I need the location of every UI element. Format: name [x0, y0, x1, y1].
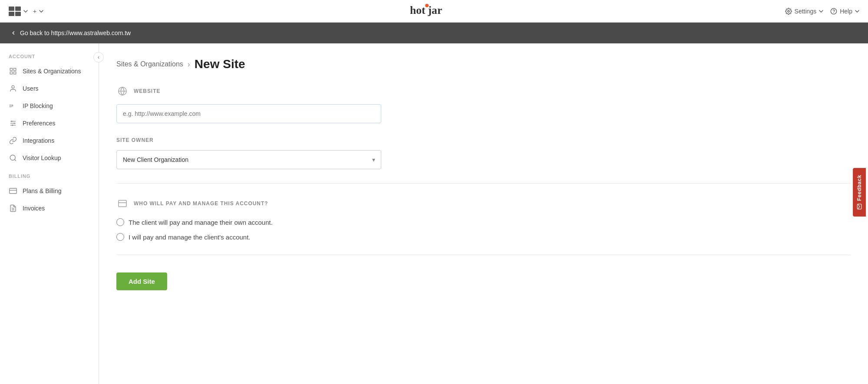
back-text: Go back to https://www.astralweb.com.tw: [20, 30, 131, 36]
site-owner-section-header: SITE OWNER: [116, 137, 851, 143]
radio-client-pays[interactable]: [116, 218, 124, 226]
feedback-tab[interactable]: Feedback: [853, 167, 866, 216]
svg-text:jar: jar: [427, 4, 442, 16]
integrations-icon: [9, 136, 17, 145]
feedback-label: Feedback: [856, 174, 862, 200]
svg-rect-7: [14, 68, 16, 70]
sidebar-item-sites-organizations[interactable]: Sites & Organizations: [0, 62, 99, 80]
svg-point-3: [788, 10, 789, 12]
chevron-down-icon: [23, 10, 28, 13]
site-owner-select-wrapper: New Client Organization ▾: [116, 150, 381, 169]
hotjar-logo: hot jar: [408, 3, 460, 19]
hotjar-svg-logo: hot jar: [408, 3, 460, 17]
svg-line-19: [14, 159, 16, 161]
svg-point-17: [12, 125, 13, 126]
website-input[interactable]: [116, 104, 381, 123]
sidebar-label-preferences: Preferences: [23, 120, 55, 127]
svg-rect-9: [10, 72, 12, 74]
dashboard-button[interactable]: [9, 7, 28, 16]
sidebar-label-sites: Sites & Organizations: [23, 68, 81, 75]
radio-i-pay[interactable]: [116, 233, 124, 241]
invoices-icon: [9, 204, 17, 213]
billing-icon: [9, 187, 17, 195]
pay-icon: [116, 197, 129, 210]
sidebar-account-section: ACCOUNT Sites & Organizations Users IP I…: [0, 54, 99, 167]
website-section: WEBSITE: [116, 85, 851, 123]
site-owner-section: SITE OWNER New Client Organization ▾: [116, 137, 851, 169]
svg-text:hot: hot: [410, 4, 426, 16]
svg-point-16: [14, 123, 15, 124]
svg-text:IP: IP: [9, 104, 13, 108]
sidebar-label-plans: Plans & Billing: [23, 187, 62, 194]
grid-icon: [9, 67, 17, 75]
radio-me-label: I will pay and manage the client's accou…: [129, 233, 251, 241]
sidebar-item-preferences[interactable]: Preferences: [0, 115, 99, 132]
site-owner-select[interactable]: New Client Organization: [116, 150, 381, 169]
help-button[interactable]: Help: [830, 8, 859, 15]
site-owner-section-label: SITE OWNER: [116, 137, 154, 143]
sidebar-billing-label: BILLING: [0, 174, 99, 182]
top-nav: + hot jar Settings Help: [0, 0, 868, 23]
dashboard-icon: [9, 7, 21, 16]
ip-icon: IP: [9, 102, 17, 110]
layout: ‹ ACCOUNT Sites & Organizations Users IP: [0, 43, 868, 384]
top-nav-left: +: [9, 7, 43, 16]
sidebar: ‹ ACCOUNT Sites & Organizations Users IP: [0, 43, 99, 384]
sidebar-collapse-button[interactable]: ‹: [93, 52, 104, 62]
svg-point-15: [11, 121, 13, 122]
breadcrumb-arrow: ›: [188, 60, 190, 69]
sidebar-label-invoices: Invoices: [23, 205, 45, 212]
sidebar-item-invoices[interactable]: Invoices: [0, 200, 99, 217]
settings-label: Settings: [795, 8, 817, 15]
add-button[interactable]: +: [33, 8, 43, 15]
svg-rect-26: [119, 200, 126, 207]
mail-icon: [856, 203, 862, 210]
sidebar-label-users: Users: [23, 85, 39, 92]
website-section-label: WEBSITE: [134, 88, 160, 94]
radio-client-label: The client will pay and manage their own…: [129, 219, 273, 226]
lookup-icon: [9, 154, 17, 162]
sidebar-item-visitor-lookup[interactable]: Visitor Lookup: [0, 149, 99, 167]
who-will-pay-label: WHO WILL PAY AND MANAGE THIS ACCOUNT?: [134, 200, 268, 207]
sidebar-label-visitor-lookup: Visitor Lookup: [23, 154, 61, 161]
sidebar-item-integrations[interactable]: Integrations: [0, 132, 99, 149]
back-bar: Go back to https://www.astralweb.com.tw: [0, 23, 868, 43]
chevron-down-help: [855, 10, 859, 13]
radio-option-me[interactable]: I will pay and manage the client's accou…: [116, 233, 851, 241]
sidebar-item-users[interactable]: Users: [0, 80, 99, 97]
sidebar-account-label: ACCOUNT: [0, 54, 99, 62]
sidebar-label-integrations: Integrations: [23, 137, 54, 144]
main-content: Sites & Organizations › New Site WEBSITE…: [99, 43, 868, 384]
sliders-icon: [9, 119, 17, 128]
sidebar-label-ip: IP Blocking: [23, 102, 53, 109]
breadcrumb-parent-link[interactable]: Sites & Organizations: [116, 60, 183, 68]
breadcrumb: Sites & Organizations › New Site: [116, 57, 851, 71]
svg-point-18: [10, 155, 15, 160]
user-icon: [9, 84, 17, 93]
back-link[interactable]: Go back to https://www.astralweb.com.tw: [10, 30, 131, 36]
breadcrumb-current: New Site: [195, 57, 245, 71]
chevron-down-icon-add: [39, 10, 43, 13]
website-section-header: WEBSITE: [116, 85, 851, 97]
gear-icon: [785, 8, 792, 15]
who-will-pay-section: WHO WILL PAY AND MANAGE THIS ACCOUNT? Th…: [116, 197, 851, 241]
svg-rect-20: [10, 188, 17, 194]
top-nav-right: Settings Help: [785, 8, 859, 15]
sidebar-item-ip-blocking[interactable]: IP IP Blocking: [0, 97, 99, 115]
help-label: Help: [840, 8, 852, 15]
sidebar-item-plans-billing[interactable]: Plans & Billing: [0, 182, 99, 200]
svg-rect-6: [10, 68, 12, 70]
radio-option-client[interactable]: The client will pay and manage their own…: [116, 218, 851, 226]
divider-1: [116, 183, 851, 184]
settings-button[interactable]: Settings: [785, 8, 824, 15]
chevron-down-settings: [819, 10, 823, 13]
who-will-pay-header: WHO WILL PAY AND MANAGE THIS ACCOUNT?: [116, 197, 851, 210]
globe-icon: [116, 85, 129, 97]
svg-rect-8: [14, 72, 16, 74]
chevron-left-icon: [10, 30, 17, 36]
help-icon: [830, 8, 837, 15]
add-label: +: [33, 8, 36, 15]
divider-2: [116, 255, 851, 255]
svg-point-10: [12, 85, 14, 88]
add-site-button[interactable]: Add Site: [116, 272, 167, 290]
